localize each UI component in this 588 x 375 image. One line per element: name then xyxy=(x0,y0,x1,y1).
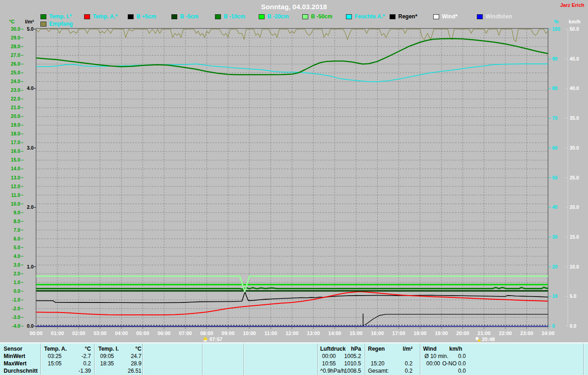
svg-text:15:00: 15:00 xyxy=(350,330,362,336)
svg-text:20.0: 20.0 xyxy=(570,204,579,210)
svg-text:04:00: 04:00 xyxy=(115,330,128,336)
svg-text:29.0: 29.0 xyxy=(11,35,21,40)
weather-station-window: Sonntag, 04.03.2018 Jarz Erich Temp. I.*… xyxy=(0,0,588,375)
svg-text:8.0: 8.0 xyxy=(13,218,20,224)
regen-time: 15:20 xyxy=(371,360,384,367)
luftdruck-row2-time: 10:55 xyxy=(322,360,336,367)
svg-text:70: 70 xyxy=(552,115,558,121)
table-separator xyxy=(583,343,584,375)
svg-text:4.0: 4.0 xyxy=(13,253,20,259)
svg-text:30: 30 xyxy=(552,234,558,240)
svg-text:09:00: 09:00 xyxy=(221,330,234,336)
svg-text:06:00: 06:00 xyxy=(158,330,170,336)
svg-text:3.0: 3.0 xyxy=(13,262,20,268)
svg-text:1.0: 1.0 xyxy=(13,280,20,285)
svg-text:35.0: 35.0 xyxy=(570,115,579,121)
svg-text:14.0: 14.0 xyxy=(11,166,21,171)
svg-text:25.0: 25.0 xyxy=(570,175,579,180)
luftdruck-row1-time: 00:00 xyxy=(322,353,336,359)
svg-text:2.0: 2.0 xyxy=(13,271,20,276)
svg-text:50.0: 50.0 xyxy=(570,26,579,32)
svg-text:5.0: 5.0 xyxy=(13,245,20,250)
regen-gesamt-value: 0.2 xyxy=(388,368,413,374)
col-unit-luftdruck: hPa xyxy=(334,346,361,352)
svg-text:11:00: 11:00 xyxy=(265,330,277,336)
svg-text:0.0: 0.0 xyxy=(27,323,34,329)
svg-text:50: 50 xyxy=(552,175,558,180)
wind-avg-value: 0.0 xyxy=(437,353,466,359)
svg-text:07:00: 07:00 xyxy=(179,330,192,336)
svg-text:19:00: 19:00 xyxy=(435,330,448,336)
svg-text:4.0: 4.0 xyxy=(27,85,34,91)
svg-text:25.0: 25.0 xyxy=(11,70,21,75)
sunset-time: 20:48 xyxy=(482,336,495,342)
svg-text:40: 40 xyxy=(552,204,558,210)
svg-text:-2.0: -2.0 xyxy=(12,306,20,311)
temp-i-max-value: 28.9 xyxy=(116,360,141,367)
svg-text:22:00: 22:00 xyxy=(499,330,512,336)
svg-text:24.0: 24.0 xyxy=(11,78,21,84)
sunset-icon xyxy=(475,336,481,342)
svg-text:00:00: 00:00 xyxy=(29,330,42,336)
row-header-minwert: MinWert xyxy=(4,353,25,359)
svg-text:16.0: 16.0 xyxy=(11,148,21,154)
summary-table: Sensor MinWert MaxWert Durchschnitt Temp… xyxy=(0,342,588,375)
svg-text:18:00: 18:00 xyxy=(413,330,426,336)
row-header-sensor: Sensor xyxy=(4,346,23,352)
svg-text:-1.0: -1.0 xyxy=(12,297,20,302)
svg-text:13:00: 13:00 xyxy=(307,330,320,336)
svg-text:-4.0: -4.0 xyxy=(12,323,20,329)
svg-text:17:00: 17:00 xyxy=(392,330,405,336)
svg-text:13.0: 13.0 xyxy=(11,175,21,180)
svg-text:14:00: 14:00 xyxy=(328,330,341,336)
svg-text:28.0: 28.0 xyxy=(11,44,21,49)
col-unit-temp-i: °C xyxy=(116,346,141,352)
col-unit-wind: km/h xyxy=(436,346,462,352)
svg-text:40.0: 40.0 xyxy=(570,85,579,91)
svg-text:20: 20 xyxy=(552,264,558,269)
svg-text:23:00: 23:00 xyxy=(520,330,533,336)
svg-text:0: 0 xyxy=(552,323,555,329)
temp-a-avg-value: -1.39 xyxy=(64,368,91,374)
svg-text:23.0: 23.0 xyxy=(11,87,21,93)
wind-direction-value: O-NO 0.0 xyxy=(437,360,466,367)
col-unit-regen: l/m² xyxy=(388,346,413,352)
svg-text:11.0: 11.0 xyxy=(11,192,20,198)
table-separator xyxy=(243,343,244,375)
svg-text:10: 10 xyxy=(552,293,558,299)
col-unit-temp-a: °C xyxy=(64,346,91,352)
svg-text:10:00: 10:00 xyxy=(243,330,256,336)
svg-text:19.0: 19.0 xyxy=(11,122,21,128)
sunrise-icon xyxy=(203,336,208,342)
temp-i-min-value: 24.7 xyxy=(116,353,141,359)
regen-gesamt-label: Gesamt: xyxy=(368,368,389,374)
svg-text:60: 60 xyxy=(552,145,558,151)
svg-text:0.0: 0.0 xyxy=(570,323,577,329)
col-header-wind: Wind xyxy=(423,346,436,352)
svg-text:02:00: 02:00 xyxy=(72,330,85,336)
temp-i-min-time: 09:05 xyxy=(100,353,114,359)
luftdruck-row2-value: 1010.5 xyxy=(334,360,361,367)
table-separator xyxy=(40,343,41,375)
temp-a-max-value: 0.2 xyxy=(64,360,91,367)
svg-text:01:00: 01:00 xyxy=(51,330,64,336)
table-separator xyxy=(365,343,365,375)
svg-text:0.0: 0.0 xyxy=(13,288,20,294)
table-separator xyxy=(420,343,420,375)
svg-text:10.0: 10.0 xyxy=(570,264,579,269)
svg-text:15.0: 15.0 xyxy=(11,157,21,162)
svg-text:30.0: 30.0 xyxy=(11,26,21,32)
svg-text:22.0: 22.0 xyxy=(11,96,21,101)
svg-text:45.0: 45.0 xyxy=(570,56,579,62)
regen-value: 0.2 xyxy=(388,360,413,367)
svg-text:12.0: 12.0 xyxy=(11,184,21,189)
col-header-temp-a: Temp. A. xyxy=(44,346,67,352)
table-separator xyxy=(202,343,203,375)
svg-text:03:00: 03:00 xyxy=(94,330,107,336)
luftdruck-row1-value: 1005.2 xyxy=(334,353,361,359)
temp-a-min-value: -2.7 xyxy=(64,353,91,359)
luftdruck-row3-value: 1008.5 xyxy=(334,368,361,374)
svg-text:6.0: 6.0 xyxy=(13,236,20,241)
svg-text:km/h: km/h xyxy=(569,19,581,24)
svg-text:16:00: 16:00 xyxy=(371,330,384,336)
